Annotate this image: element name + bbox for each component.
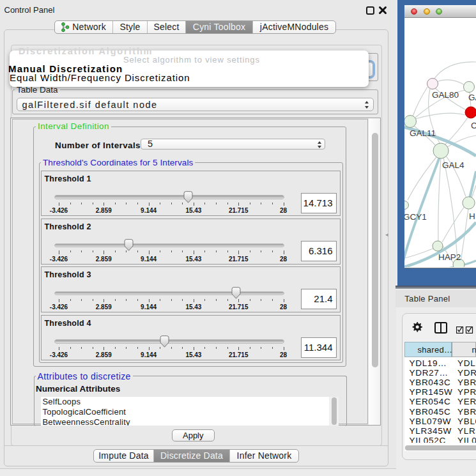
- svg-text:C: C: [471, 121, 476, 130]
- svg-text:GAL11: GAL11: [410, 128, 436, 138]
- svg-text:GAL4: GAL4: [442, 160, 464, 170]
- svg-text:GAL80: GAL80: [432, 90, 459, 100]
- svg-text:GCY1: GCY1: [404, 212, 427, 222]
- svg-text:H: H: [469, 211, 475, 221]
- svg-text:HAP2: HAP2: [438, 252, 461, 262]
- svg-text:GA: GA: [468, 93, 476, 102]
